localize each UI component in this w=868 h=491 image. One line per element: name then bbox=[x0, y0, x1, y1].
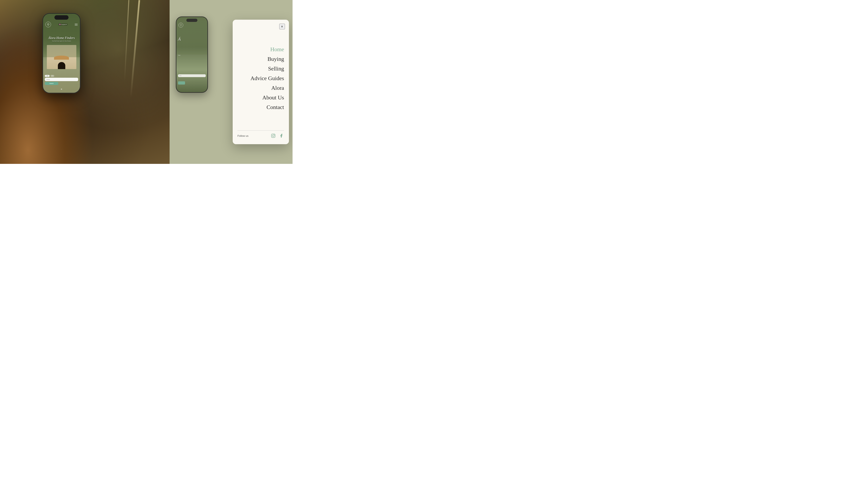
phone-indicator-dot bbox=[61, 89, 62, 90]
hero-heading: Álora Home Finders bbox=[43, 36, 80, 40]
lang-label: English bbox=[61, 24, 65, 25]
right-panel: Á Your Whe × Home Buying Selling Advice … bbox=[170, 0, 292, 164]
social-icons-group bbox=[271, 133, 284, 139]
menu-divider bbox=[237, 130, 284, 131]
tab-all[interactable]: All bbox=[45, 75, 50, 77]
phone-search-area: All F Where Search bbox=[45, 75, 78, 85]
svg-rect-0 bbox=[271, 134, 275, 138]
phone-logo bbox=[46, 22, 51, 27]
nav-item-home[interactable]: Home bbox=[270, 45, 284, 54]
menu-footer: Follow us bbox=[237, 133, 284, 139]
nav-item-contact[interactable]: Contact bbox=[267, 103, 284, 112]
phone-header: 🇬🇧 English ▾ bbox=[43, 21, 80, 28]
nav-item-about-us[interactable]: About Us bbox=[262, 93, 284, 102]
svg-point-2 bbox=[274, 135, 275, 135]
bg-phone-frame: Á Your Whe bbox=[176, 17, 208, 93]
phone-hero-title: Álora Home Finders Your Real Estate Agen… bbox=[43, 36, 80, 41]
left-panel: 🇬🇧 English ▾ Álora Home Finders Your Rea… bbox=[0, 0, 170, 164]
follow-us-label: Follow us bbox=[237, 134, 249, 137]
phone-mockup: 🇬🇧 English ▾ Álora Home Finders Your Rea… bbox=[43, 13, 81, 93]
bg-phone-screen: Á Your Whe bbox=[176, 17, 207, 92]
nav-item-selling[interactable]: Selling bbox=[268, 64, 284, 73]
phone-search-button[interactable]: Search bbox=[45, 82, 58, 85]
phone-search-input[interactable]: Where bbox=[45, 78, 78, 81]
hero-subtitle: Your Real Estate Agents for Álora Proper… bbox=[43, 40, 80, 41]
instagram-icon[interactable] bbox=[271, 133, 276, 139]
phone-language[interactable]: 🇬🇧 English ▾ bbox=[58, 23, 67, 26]
menu-close-button[interactable]: × bbox=[279, 24, 285, 29]
phone-tabs: All F bbox=[45, 75, 78, 77]
phone-screen: 🇬🇧 English ▾ Álora Home Finders Your Rea… bbox=[43, 13, 80, 93]
svg-point-1 bbox=[272, 135, 274, 137]
hamburger-menu-icon[interactable] bbox=[75, 24, 78, 26]
nav-item-advice-guides[interactable]: Advice Guides bbox=[250, 74, 284, 83]
phone-notch bbox=[54, 15, 68, 20]
phone-frame: 🇬🇧 English ▾ Álora Home Finders Your Rea… bbox=[43, 13, 81, 93]
mobile-menu-overlay: × Home Buying Selling Advice Guides Alor… bbox=[233, 20, 289, 144]
chevron-icon: ▾ bbox=[66, 24, 67, 25]
tab-f[interactable]: F bbox=[50, 75, 54, 77]
nav-item-alora[interactable]: Alora bbox=[271, 84, 284, 92]
menu-navigation: Home Buying Selling Advice Guides Alora … bbox=[237, 25, 284, 128]
background-phone: Á Your Whe bbox=[176, 17, 208, 93]
facebook-icon[interactable] bbox=[279, 133, 284, 139]
search-placeholder-text: Where bbox=[47, 79, 50, 80]
flag-icon: 🇬🇧 bbox=[59, 24, 61, 25]
nav-item-buying[interactable]: Buying bbox=[268, 55, 284, 63]
